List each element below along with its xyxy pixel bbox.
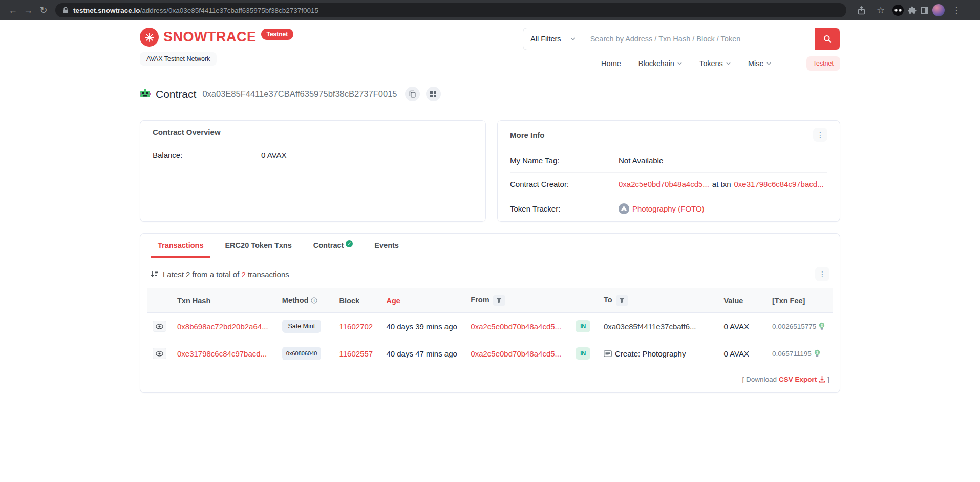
txn-hash-link[interactable]: 0xe31798c6c84c97bacd... bbox=[177, 349, 267, 358]
balance-value: 0 AVAX bbox=[261, 151, 286, 159]
eye-icon bbox=[156, 351, 163, 357]
csv-export-link[interactable]: CSV Export bbox=[779, 375, 825, 383]
page-title: Contract bbox=[156, 88, 196, 100]
col-age[interactable]: Age bbox=[381, 288, 465, 313]
eye-icon bbox=[156, 324, 163, 329]
token-tracker-row: Token Tracker: Photography (FOTO) bbox=[510, 196, 827, 221]
block-link[interactable]: 11602557 bbox=[339, 349, 373, 358]
token-tracker-link[interactable]: Photography (FOTO) bbox=[632, 204, 705, 213]
lock-icon bbox=[62, 7, 69, 14]
table-row: 0x8b698ac72bd20b2a64... Safe Mint 116027… bbox=[147, 313, 833, 340]
name-tag-row: My Name Tag: Not Available bbox=[510, 149, 827, 173]
contract-address: 0xa03E85F4411e37CBAff635975bf38cB2737F00… bbox=[202, 89, 397, 99]
reload-icon[interactable]: ↻ bbox=[36, 5, 51, 16]
sort-icon bbox=[151, 271, 159, 278]
col-from: From bbox=[465, 288, 570, 313]
balance-label: Balance: bbox=[153, 151, 261, 159]
copy-address-button[interactable] bbox=[405, 87, 420, 101]
nav-blockchain[interactable]: Blockchain bbox=[638, 59, 682, 68]
contract-creator-label: Contract Creator: bbox=[510, 180, 619, 188]
extension-owl-icon[interactable] bbox=[892, 5, 904, 16]
col-method: Methodi bbox=[277, 288, 334, 313]
age-value: 40 days 39 mins ago bbox=[381, 313, 465, 340]
share-icon[interactable] bbox=[854, 6, 869, 15]
extension-panel-icon[interactable] bbox=[921, 7, 928, 14]
back-icon[interactable]: ← bbox=[5, 5, 20, 16]
to-create-label: Create: Photography bbox=[615, 349, 686, 358]
to-filter-button[interactable] bbox=[616, 295, 628, 306]
from-filter-button[interactable] bbox=[493, 295, 505, 306]
csv-export-prefix: [ Download bbox=[742, 375, 777, 383]
transactions-card: Transactions ERC20 Token Txns Contract ✓… bbox=[140, 233, 840, 393]
value-cell: 0 AVAX bbox=[718, 340, 767, 367]
tab-events[interactable]: Events bbox=[367, 234, 406, 258]
address-identicon bbox=[140, 89, 151, 99]
creator-address-link[interactable]: 0xa2c5e0bd70b48a4cd5... bbox=[619, 180, 709, 188]
nav-misc[interactable]: Misc bbox=[748, 59, 771, 68]
tabs: Transactions ERC20 Token Txns Contract ✓… bbox=[140, 234, 840, 258]
token-tracker-label: Token Tracker: bbox=[510, 204, 619, 213]
gas-bulb-icon: $ bbox=[814, 349, 820, 358]
search-filter-dropdown[interactable]: All Filters bbox=[523, 28, 583, 50]
qr-code-button[interactable] bbox=[426, 87, 441, 101]
network-label: AVAX Testnet Network bbox=[140, 52, 217, 66]
browser-profile-avatar[interactable] bbox=[932, 4, 945, 16]
browser-menu-icon[interactable]: ⋮ bbox=[949, 5, 964, 16]
nav-testnet-button[interactable]: Testnet bbox=[806, 56, 840, 71]
from-address-link[interactable]: 0xa2c5e0bd70b48a4cd5... bbox=[471, 322, 561, 331]
table-row: 0xe31798c6c84c97bacd... 0x60806040 11602… bbox=[147, 340, 833, 367]
col-txn-fee: [Txn Fee] bbox=[767, 288, 833, 313]
col-txn-hash: Txn Hash bbox=[172, 288, 277, 313]
txn-hash-link[interactable]: 0x8b698ac72bd20b2a64... bbox=[177, 322, 268, 331]
search-button[interactable] bbox=[815, 28, 840, 50]
creator-txn-link[interactable]: 0xe31798c6c84c97bacd... bbox=[734, 180, 824, 188]
bookmark-star-icon[interactable]: ☆ bbox=[873, 5, 888, 16]
tab-erc20-token-txns[interactable]: ERC20 Token Txns bbox=[218, 234, 299, 258]
block-link[interactable]: 11602702 bbox=[339, 322, 373, 331]
search-input[interactable] bbox=[583, 28, 815, 50]
col-eye bbox=[147, 288, 172, 313]
nav-home[interactable]: Home bbox=[601, 59, 621, 68]
tab-transactions[interactable]: Transactions bbox=[151, 234, 210, 258]
age-value: 40 days 47 mins ago bbox=[381, 340, 465, 367]
gas-bulb-icon: $ bbox=[819, 322, 825, 330]
tx-table-menu-button[interactable]: ⋮ bbox=[815, 267, 829, 281]
search-icon bbox=[823, 35, 832, 43]
search-bar: All Filters bbox=[523, 28, 840, 50]
from-address-link[interactable]: 0xa2c5e0bd70b48a4cd5... bbox=[471, 349, 561, 358]
brand-block: SNOWTRACE Testnet AVAX Testnet Network bbox=[140, 28, 293, 71]
search-filter-label: All Filters bbox=[530, 35, 561, 43]
balance-row: Balance: 0 AVAX bbox=[140, 143, 485, 166]
tx-preview-button[interactable] bbox=[153, 321, 166, 332]
tx-total-count: 2 bbox=[241, 270, 245, 279]
txn-fee-value: 0.0026515775 bbox=[772, 323, 816, 330]
col-value: Value bbox=[718, 288, 767, 313]
txn-fee-value: 0.065711195 bbox=[772, 350, 812, 358]
name-tag-value: Not Available bbox=[619, 156, 663, 165]
contract-creator-row: Contract Creator: 0xa2c5e0bd70b48a4cd5..… bbox=[510, 173, 827, 196]
value-cell: 0 AVAX bbox=[718, 313, 767, 340]
method-badge: 0x60806040 bbox=[282, 347, 322, 360]
to-address: 0xa03e85f4411e37cbaff6... bbox=[604, 322, 696, 331]
csv-export-suffix: ] bbox=[827, 375, 829, 383]
snowtrace-logo-icon[interactable] bbox=[140, 28, 159, 47]
info-icon[interactable]: i bbox=[311, 297, 317, 305]
tx-preview-button[interactable] bbox=[153, 348, 166, 359]
col-block: Block bbox=[334, 288, 381, 313]
col-direction bbox=[570, 288, 599, 313]
nav-tokens[interactable]: Tokens bbox=[699, 59, 731, 68]
nav-divider bbox=[789, 58, 789, 69]
more-info-menu-button[interactable]: ⋮ bbox=[813, 128, 827, 142]
extension-puzzle-icon[interactable] bbox=[908, 6, 917, 15]
chevron-down-icon bbox=[766, 62, 771, 65]
chevron-down-icon bbox=[726, 62, 731, 65]
direction-badge: IN bbox=[576, 320, 590, 332]
tab-contract[interactable]: Contract ✓ bbox=[306, 234, 360, 258]
brand-testnet-badge: Testnet bbox=[261, 29, 294, 40]
download-icon bbox=[819, 376, 825, 383]
csv-export-row: [ Download CSV Export ] bbox=[140, 367, 840, 392]
forward-icon[interactable]: → bbox=[20, 5, 36, 16]
copy-icon bbox=[409, 90, 416, 98]
url-bar[interactable]: testnet.snowtrace.io/address/0xa03e85f44… bbox=[55, 3, 846, 17]
brand-name[interactable]: SNOWTRACE bbox=[163, 28, 257, 47]
